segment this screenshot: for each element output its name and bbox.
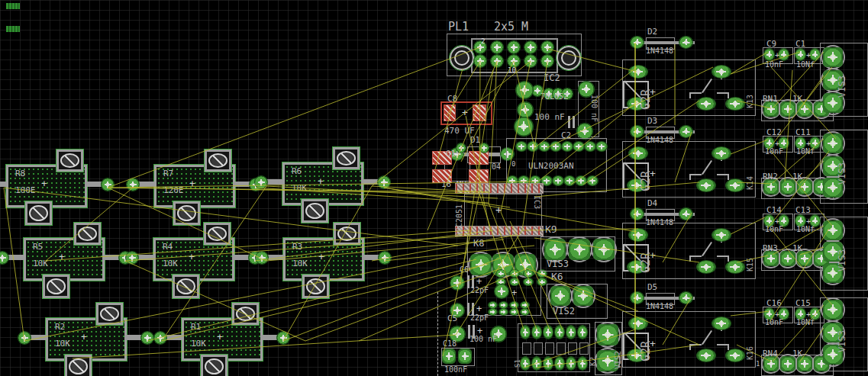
round-pad[interactable] — [712, 229, 731, 241]
mount-circle[interactable] — [557, 46, 581, 70]
via-pad[interactable] — [516, 82, 533, 98]
mount-pad[interactable] — [43, 275, 69, 298]
round-pad[interactable] — [726, 349, 744, 362]
round-pad[interactable] — [537, 278, 547, 285]
square-pad[interactable] — [598, 325, 618, 345]
mount-pad[interactable] — [74, 223, 101, 245]
square-pad[interactable] — [570, 239, 589, 259]
round-pad[interactable] — [541, 41, 553, 53]
round-pad[interactable] — [697, 349, 715, 362]
component-R7[interactable]: R7120E+ — [154, 149, 273, 222]
mount-pad[interactable] — [232, 303, 259, 325]
right-group-RN1[interactable]: C9C1+10nF+10NfRN11KVIS3 — [760, 40, 867, 115]
round-pad[interactable] — [679, 292, 692, 304]
mount-pad[interactable] — [204, 223, 231, 245]
round-pad[interactable] — [127, 178, 139, 191]
round-pad[interactable] — [555, 357, 564, 370]
smd-pad[interactable] — [459, 349, 471, 363]
square-pad[interactable] — [798, 102, 812, 116]
round-pad[interactable] — [141, 332, 153, 344]
right-group-RN3[interactable]: C14C13+10nF+10NfRN31KVIS3 — [760, 206, 867, 289]
round-pad[interactable] — [474, 55, 486, 67]
round-pad[interactable] — [510, 309, 518, 315]
component-IC3[interactable]: +IC389C2051 — [453, 175, 548, 240]
right-group-RN4[interactable]: C16C15+10nF+10NfRN41K1VIS3 — [760, 299, 867, 370]
round-pad[interactable] — [697, 98, 715, 110]
component-R6[interactable]: R610K+ — [282, 147, 401, 220]
square-pad[interactable] — [764, 102, 778, 116]
square-pad[interactable] — [551, 287, 570, 305]
component-C18[interactable]: C18100nF — [441, 340, 476, 375]
round-pad[interactable] — [539, 142, 550, 151]
mount-pad[interactable] — [56, 149, 83, 172]
round-pad[interactable] — [697, 261, 715, 273]
round-pad[interactable] — [378, 176, 390, 188]
round-pad[interactable] — [544, 326, 553, 339]
round-pad[interactable] — [255, 176, 267, 188]
mount-pad[interactable] — [173, 201, 200, 225]
round-pad[interactable] — [521, 302, 529, 308]
component-D3[interactable]: D31N4148 — [631, 117, 703, 144]
round-pad[interactable] — [379, 252, 391, 264]
round-pad[interactable] — [585, 142, 595, 151]
smd-pad-red[interactable] — [444, 104, 456, 121]
round-pad[interactable] — [102, 178, 114, 191]
square-pad[interactable] — [781, 357, 795, 371]
smd-pad-red[interactable] — [473, 104, 486, 121]
round-pad[interactable] — [524, 278, 533, 285]
square-pad[interactable] — [824, 48, 842, 66]
round-pad[interactable] — [631, 126, 644, 137]
round-pad[interactable] — [566, 357, 576, 370]
round-pad[interactable] — [516, 142, 527, 151]
mount-pad[interactable] — [25, 201, 52, 225]
round-pad[interactable] — [712, 147, 731, 159]
pcb-canvas[interactable]: R8100E+R7120E+R610K+R510K+R410K+R310K+R2… — [0, 0, 868, 376]
round-pad[interactable] — [578, 357, 587, 370]
round-pad[interactable] — [524, 270, 533, 277]
round-pad[interactable] — [679, 208, 692, 220]
mount-pad[interactable] — [201, 355, 227, 376]
round-pad[interactable] — [18, 332, 31, 344]
square-pad[interactable] — [764, 252, 778, 265]
component-D2[interactable]: D21N4148 — [631, 27, 703, 55]
round-pad[interactable] — [510, 278, 519, 285]
component-terminal-27[interactable]: VIS2 — [595, 322, 624, 375]
smd-pad-strip[interactable] — [455, 183, 544, 194]
component-R8[interactable]: R8100E+ — [6, 149, 124, 222]
component-C2[interactable]: 100 nFC2 — [534, 111, 588, 142]
round-pad[interactable] — [712, 317, 731, 329]
mount-pad[interactable] — [173, 275, 199, 298]
component-R4[interactable]: R410K+ — [153, 223, 272, 295]
component-K6[interactable]: K6VIS2 — [547, 272, 623, 319]
round-pad[interactable] — [491, 41, 503, 53]
mount-pad[interactable] — [205, 149, 231, 172]
round-pad[interactable] — [596, 142, 607, 151]
square-pad[interactable] — [798, 357, 812, 371]
round-pad[interactable] — [521, 309, 529, 315]
square-pad[interactable] — [824, 300, 842, 319]
round-pad[interactable] — [726, 98, 744, 110]
round-pad[interactable] — [629, 66, 647, 78]
via-pad[interactable] — [479, 143, 489, 153]
via-pad[interactable] — [515, 117, 533, 136]
round-pad[interactable] — [521, 326, 530, 339]
component-K9[interactable]: K9VIS3 — [540, 224, 617, 272]
round-pad[interactable] — [521, 357, 530, 370]
round-pad[interactable] — [629, 147, 647, 159]
round-pad[interactable] — [555, 326, 564, 339]
round-pad[interactable] — [562, 142, 573, 151]
component-relay-K14[interactable]: +G2RK14 — [622, 141, 758, 199]
smd-pad[interactable] — [443, 349, 455, 363]
round-pad[interactable] — [631, 292, 644, 304]
round-pad[interactable] — [764, 49, 774, 60]
round-pad[interactable] — [576, 176, 586, 185]
round-pad[interactable] — [496, 270, 505, 277]
round-pad[interactable] — [587, 176, 598, 185]
round-pad[interactable] — [495, 284, 508, 298]
square-pad[interactable] — [574, 287, 592, 305]
component-relay-K13[interactable]: +G2RK13 — [622, 59, 758, 117]
round-pad[interactable] — [795, 49, 805, 60]
square-pad[interactable] — [781, 180, 795, 194]
component-R3[interactable]: R310K+ — [283, 223, 402, 295]
square-pad[interactable] — [798, 252, 812, 265]
